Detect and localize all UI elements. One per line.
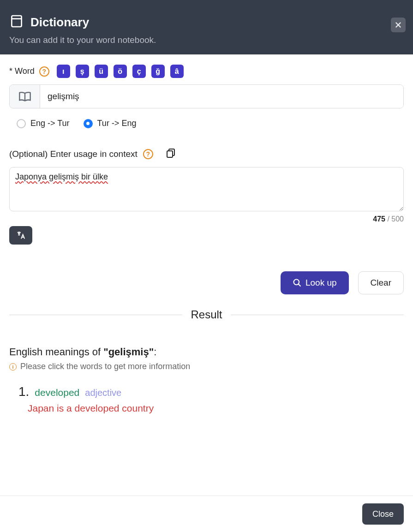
meaning-word[interactable]: developed: [35, 387, 79, 398]
meaning-item: 1. developed adjective: [18, 384, 404, 399]
meaning-list: 1. developed adjective Japan is a develo…: [18, 384, 404, 414]
help-icon[interactable]: ?: [143, 149, 153, 159]
context-label: (Optional) Enter usage in context: [9, 149, 138, 159]
word-label: * Word: [9, 66, 35, 76]
info-hint-row: i Please click the words to get more inf…: [9, 362, 404, 371]
svg-point-7: [293, 280, 299, 285]
char-btn-i[interactable]: ı: [57, 65, 70, 78]
char-btn-a[interactable]: â: [170, 65, 184, 78]
radio-eng-tur[interactable]: Eng -> Tur: [17, 119, 70, 128]
special-char-buttons: ı ş ü ö ç ğ â: [57, 65, 184, 78]
char-used: 475: [373, 215, 385, 223]
meaning-pos: adjective: [85, 388, 121, 398]
svg-rect-0: [12, 16, 21, 27]
lookup-label: Look up: [305, 278, 337, 288]
clear-button[interactable]: Clear: [358, 271, 404, 294]
dialog-content: * Word ? ı ş ü ö ç ğ â Eng -> Tur Tur ->…: [0, 54, 413, 496]
word-input[interactable]: [40, 85, 403, 108]
char-btn-g[interactable]: ğ: [151, 65, 165, 78]
char-btn-s[interactable]: ş: [76, 65, 89, 78]
meanings-word: "gelişmiş": [103, 346, 154, 358]
book-open-icon: [10, 85, 40, 108]
result-heading: Result: [182, 308, 230, 321]
action-buttons: Look up Clear: [9, 271, 404, 294]
info-hint: Please click the words to get more infor…: [20, 362, 190, 371]
close-label: Close: [372, 509, 394, 519]
meaning-number: 1.: [18, 384, 29, 399]
meanings-suffix: :: [154, 346, 156, 358]
clear-label: Clear: [371, 278, 391, 288]
char-btn-o[interactable]: ö: [114, 65, 127, 78]
translate-button[interactable]: [9, 226, 32, 245]
radio-icon: [17, 119, 26, 128]
paste-icon[interactable]: [165, 148, 176, 161]
radio-label: Tur -> Eng: [97, 119, 137, 128]
example-translation: Japan is a developed country: [28, 403, 404, 414]
search-icon: [293, 278, 302, 287]
context-textarea[interactable]: [9, 167, 404, 211]
dialog-footer: Close: [0, 496, 413, 532]
char-btn-c[interactable]: ç: [132, 65, 146, 78]
meanings-title: English meanings of "gelişmiş":: [9, 346, 404, 358]
dialog-subtitle: You can add it to your word notebook.: [9, 35, 404, 45]
radio-label: Eng -> Tur: [30, 119, 70, 128]
close-button[interactable]: Close: [362, 503, 404, 525]
result-separator: Result: [9, 308, 404, 321]
direction-radio-group: Eng -> Tur Tur -> Eng: [17, 119, 404, 128]
char-max: / 500: [385, 215, 404, 223]
help-icon[interactable]: ?: [39, 66, 49, 77]
translate-icon: [16, 230, 26, 240]
radio-icon: [84, 119, 93, 128]
svg-line-8: [298, 284, 300, 287]
dialog-title: Dictionary: [30, 15, 89, 30]
svg-rect-6: [167, 151, 173, 157]
radio-tur-eng[interactable]: Tur -> Eng: [84, 119, 137, 128]
info-icon: i: [9, 363, 17, 371]
char-btn-u[interactable]: ü: [95, 65, 108, 78]
divider: [231, 315, 404, 315]
lookup-button[interactable]: Look up: [281, 271, 349, 294]
word-label-row: * Word ? ı ş ü ö ç ğ â: [9, 65, 404, 78]
char-counter: 475 / 500: [9, 215, 404, 223]
meanings-prefix: English meanings of: [9, 346, 103, 358]
close-icon[interactable]: [391, 18, 406, 32]
book-icon: [9, 14, 24, 30]
word-input-group: [9, 84, 404, 108]
dialog-header: Dictionary You can add it to your word n…: [0, 0, 413, 54]
context-label-row: (Optional) Enter usage in context ?: [9, 148, 404, 161]
header-title-row: Dictionary: [9, 14, 404, 30]
divider: [9, 315, 182, 315]
